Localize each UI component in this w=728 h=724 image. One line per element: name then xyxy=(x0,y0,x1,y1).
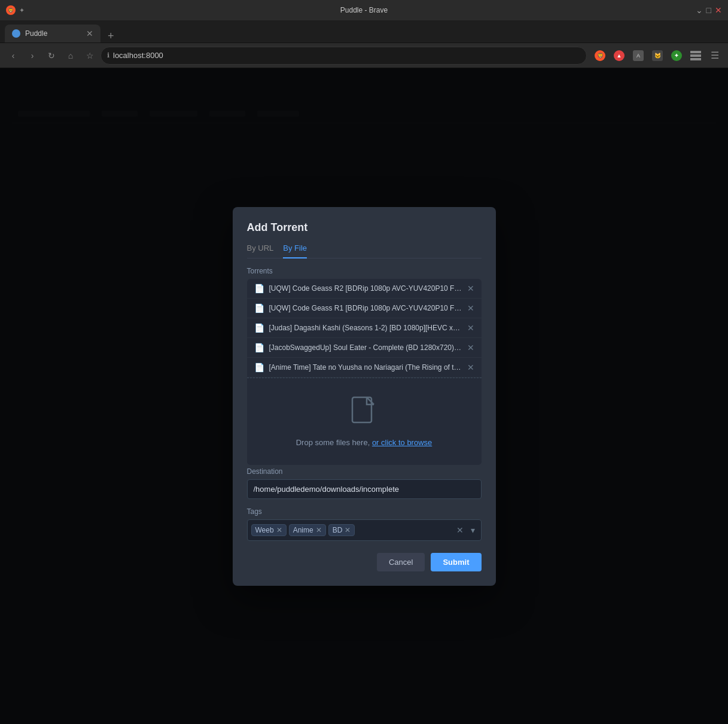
torrent-remove-button[interactable]: ✕ xyxy=(467,284,474,293)
title-bar: 🦁 ✦ Puddle - Brave ⌄ □ ✕ xyxy=(0,0,728,20)
file-icon: 📄 xyxy=(254,323,264,333)
brave-icon: 🦁 xyxy=(6,5,16,15)
torrents-list: 📄 [UQW] Code Geass R2 [BDRip 1080p AVC-Y… xyxy=(247,279,482,465)
torrent-item: 📄 [UQW] Code Geass R2 [BDRip 1080p AVC-Y… xyxy=(247,279,482,299)
tag-weeb: Weeb ✕ xyxy=(251,524,287,536)
svg-rect-0 xyxy=(352,397,371,422)
active-tab[interactable]: Puddle ✕ xyxy=(5,25,100,42)
tags-clear-button[interactable]: ✕ xyxy=(454,525,466,535)
extension-btn-3[interactable]: 🐱 xyxy=(649,47,666,64)
tab-by-url[interactable]: By URL xyxy=(247,244,274,258)
torrent-remove-button[interactable]: ✕ xyxy=(467,343,474,352)
torrent-remove-button[interactable]: ✕ xyxy=(467,303,474,313)
torrent-item: 📄 [Judas] Dagashi Kashi (Seasons 1-2) [B… xyxy=(247,318,482,338)
torrent-name: [Anime Time] Tate no Yuusha no Nariagari… xyxy=(269,363,462,372)
tag-anime: Anime ✕ xyxy=(289,524,326,536)
browser-frame: 🦁 ✦ Puddle - Brave ⌄ □ ✕ Puddle ✕ + ‹ › … xyxy=(0,0,728,724)
drop-zone-text: Drop some files here, or click to browse xyxy=(296,438,432,447)
tags-container: Weeb ✕ Anime ✕ BD ✕ ✕ ▾ xyxy=(247,519,482,541)
address-bar[interactable]: ℹ localhost:8000 xyxy=(100,47,587,65)
extension-icon-1: ▲ xyxy=(614,50,625,61)
reload-button[interactable]: ↻ xyxy=(43,47,60,64)
tag-weeb-remove[interactable]: ✕ xyxy=(276,527,282,534)
tag-anime-remove[interactable]: ✕ xyxy=(316,527,322,534)
torrent-remove-button[interactable]: ✕ xyxy=(467,323,474,333)
add-torrent-modal: Add Torrent By URL By File Torrents 📄 xyxy=(233,207,496,586)
window-controls: ⌄ □ ✕ xyxy=(696,5,722,15)
modal-overlay: Add Torrent By URL By File Torrents 📄 xyxy=(0,68,728,724)
modal-actions: Cancel Submit xyxy=(247,553,482,571)
bookmark-button[interactable]: ☆ xyxy=(81,47,98,64)
tag-bd-remove[interactable]: ✕ xyxy=(345,527,351,534)
torrent-name: [JacobSwaggedUp] Soul Eater - Complete (… xyxy=(269,343,462,352)
close-icon[interactable]: ✕ xyxy=(715,5,722,15)
browser-menu-button[interactable]: ☰ xyxy=(706,47,723,64)
main-content: Add Torrent By URL By File Torrents 📄 xyxy=(0,68,728,724)
minimize-icon[interactable]: ⌄ xyxy=(696,5,703,15)
security-icon: ℹ xyxy=(107,51,109,59)
back-button[interactable]: ‹ xyxy=(5,47,22,64)
extension-btn-4[interactable]: ✦ xyxy=(668,47,685,64)
drop-file-icon xyxy=(350,396,379,432)
extension-icon-4: ✦ xyxy=(671,50,682,61)
tab-label: Puddle xyxy=(25,29,81,38)
modal-tabs: By URL By File xyxy=(247,244,482,258)
extension-icon-3: 🐱 xyxy=(652,50,663,61)
browser-title: Puddle - Brave xyxy=(340,6,388,14)
tab-favicon xyxy=(12,29,20,38)
browse-link[interactable]: or click to browse xyxy=(372,438,432,447)
tags-dropdown-button[interactable]: ▾ xyxy=(468,525,477,535)
tab-bar: Puddle ✕ + xyxy=(0,20,728,43)
extension-btn-2[interactable]: A xyxy=(630,47,647,64)
tag-bd: BD ✕ xyxy=(328,524,355,536)
maximize-icon[interactable]: □ xyxy=(706,5,711,15)
cancel-button[interactable]: Cancel xyxy=(377,553,425,571)
address-text: localhost:8000 xyxy=(113,51,163,60)
tags-inner: Weeb ✕ Anime ✕ BD ✕ xyxy=(251,524,452,536)
brave-logo: 🦁 ✦ xyxy=(6,5,25,15)
home-button[interactable]: ⌂ xyxy=(62,47,79,64)
torrent-item: 📄 [UQW] Code Geass R1 [BDRip 1080p AVC-Y… xyxy=(247,299,482,318)
extension-btn-5[interactable] xyxy=(687,47,704,64)
destination-input[interactable] xyxy=(247,479,482,499)
file-drop-zone[interactable]: Drop some files here, or click to browse xyxy=(247,378,482,465)
torrent-remove-button[interactable]: ✕ xyxy=(467,363,474,372)
torrent-item: 📄 [JacobSwaggedUp] Soul Eater - Complete… xyxy=(247,338,482,358)
file-icon: 📄 xyxy=(254,303,264,313)
toolbar-extensions: 🦁 ▲ A 🐱 ✦ xyxy=(592,47,723,64)
tab-by-file[interactable]: By File xyxy=(283,244,307,258)
torrent-name: [Judas] Dagashi Kashi (Seasons 1-2) [BD … xyxy=(269,324,462,332)
extension-icon-2: A xyxy=(633,50,644,61)
forward-button[interactable]: › xyxy=(24,47,41,64)
modal-title: Add Torrent xyxy=(247,221,482,234)
hamburger-icon: ☰ xyxy=(711,50,719,61)
brave-shield-button[interactable]: 🦁 xyxy=(592,47,608,64)
torrent-name: [UQW] Code Geass R1 [BDRip 1080p AVC-YUV… xyxy=(269,304,462,312)
new-tab-button[interactable]: + xyxy=(103,30,119,42)
submit-button[interactable]: Submit xyxy=(431,553,481,571)
tags-label: Tags xyxy=(247,507,482,516)
file-icon: 📄 xyxy=(254,284,264,293)
brave-shield-icon: 🦁 xyxy=(595,50,605,61)
tab-close-button[interactable]: ✕ xyxy=(86,29,93,38)
torrent-name: [UQW] Code Geass R2 [BDRip 1080p AVC-YUV… xyxy=(269,284,462,293)
menu-icon xyxy=(690,54,701,57)
file-icon: 📄 xyxy=(254,363,264,372)
extension-btn-1[interactable]: ▲ xyxy=(611,47,628,64)
toolbar: ‹ › ↻ ⌂ ☆ ℹ localhost:8000 🦁 ▲ A xyxy=(0,43,728,68)
torrent-item: 📄 [Anime Time] Tate no Yuusha no Nariaga… xyxy=(247,358,482,378)
torrents-section-label: Torrents xyxy=(247,267,482,275)
destination-label: Destination xyxy=(247,467,482,476)
file-icon: 📄 xyxy=(254,343,264,352)
